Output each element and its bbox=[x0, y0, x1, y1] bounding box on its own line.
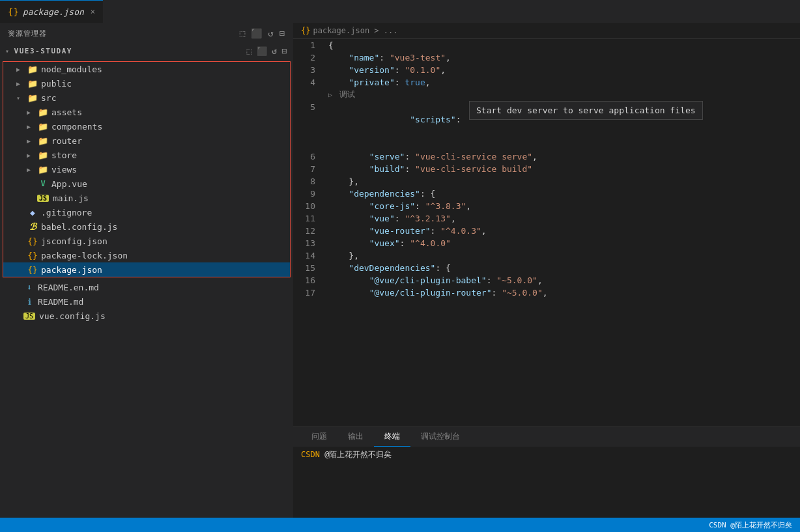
line-content: "private": true, bbox=[326, 76, 800, 89]
tree-label: node_modules bbox=[41, 64, 290, 74]
debug-line: ▷ 调试 bbox=[293, 89, 800, 101]
new-folder-icon[interactable]: ⬛ bbox=[251, 28, 263, 38]
collapse-proj-icon[interactable]: ⊟ bbox=[282, 46, 288, 56]
panel-tab-output[interactable]: 输出 bbox=[337, 427, 374, 447]
tree-item-vue-config[interactable]: JS vue.config.js bbox=[0, 309, 293, 323]
sidebar-header-icons: ⬚ ⬛ ↺ ⊟ bbox=[240, 28, 285, 38]
js-icon: JS bbox=[37, 195, 49, 202]
json-icon-selected: {} bbox=[27, 265, 38, 275]
folder-icon: 📁 bbox=[27, 93, 38, 103]
debug-text: 调试 bbox=[335, 89, 355, 101]
tree-item-assets[interactable]: ▶ 📁 assets bbox=[3, 105, 290, 119]
tree-label: README.md bbox=[38, 297, 293, 307]
line-content: "scripts": Start dev server to serve app… bbox=[326, 101, 800, 150]
status-text: CSDN @陌上花开然不归矣 bbox=[709, 520, 792, 530]
tree-label: store bbox=[51, 150, 290, 160]
code-editor[interactable]: 1 { 2 "name": "vue3-test", 3 "version": … bbox=[293, 39, 800, 427]
tree-label: router bbox=[51, 136, 290, 146]
tree-item-router[interactable]: ▶ 📁 router bbox=[3, 133, 290, 148]
breadcrumb-path: package.json > ... bbox=[313, 26, 397, 35]
folder-icon: 📁 bbox=[37, 136, 49, 146]
bottom-panel: 问题 输出 终端 调试控制台 CSDN @陌上花开然不归矣 bbox=[293, 427, 800, 518]
sidebar-title: 资源管理器 bbox=[8, 29, 47, 38]
folder-icon: 📁 bbox=[37, 150, 49, 160]
tree-item-readme[interactable]: ℹ README.md bbox=[0, 294, 293, 309]
sidebar: 资源管理器 ⬚ ⬛ ↺ ⊟ ▾ VUE3-STUDAY ⬚ ⬛ ↺ ⊟ ▶ bbox=[0, 23, 293, 518]
json-icon: {} bbox=[27, 251, 38, 260]
new-folder-proj-icon[interactable]: ⬛ bbox=[257, 46, 268, 56]
panel-tab-terminal[interactable]: 终端 bbox=[374, 427, 410, 447]
line-number: 15 bbox=[293, 262, 326, 274]
tree-section: ▶ 📁 node_modules ▶ 📁 public ▾ 📁 src bbox=[3, 61, 291, 277]
tree-label: App.vue bbox=[51, 179, 290, 189]
code-line-17: 17 "@vue/cli-plugin-router": "~5.0.0", bbox=[293, 287, 800, 299]
tree-item-views[interactable]: ▶ 📁 views bbox=[3, 162, 290, 176]
folder-icon: 📁 bbox=[37, 107, 49, 117]
tree-item-components[interactable]: ▶ 📁 components bbox=[3, 119, 290, 133]
tree-label: vue.config.js bbox=[39, 311, 293, 321]
code-line-15: 15 "devDependencies": { bbox=[293, 262, 800, 274]
tab-close[interactable]: × bbox=[91, 7, 95, 16]
code-line-5: 5 "scripts": Start dev server to serve a… bbox=[293, 101, 800, 150]
refresh-proj-icon[interactable]: ↺ bbox=[272, 46, 278, 56]
tab-bar: {} package.json × bbox=[0, 0, 800, 23]
tab-icon: {} bbox=[8, 7, 19, 17]
panel-content: CSDN @陌上花开然不归矣 bbox=[293, 447, 800, 518]
code-line-3: 3 "version": "0.1.0", bbox=[293, 64, 800, 76]
line-number: 13 bbox=[293, 237, 326, 249]
tree-item-jsconfig[interactable]: {} jsconfig.json bbox=[3, 234, 290, 248]
project-name: VUE3-STUDAY bbox=[14, 47, 72, 55]
line-number: 12 bbox=[293, 225, 326, 237]
refresh-icon[interactable]: ↺ bbox=[268, 28, 274, 38]
editor-area: {} package.json > ... 1 { 2 "name": "vue… bbox=[293, 23, 800, 518]
code-line-13: 13 "vuex": "^4.0.0" bbox=[293, 237, 800, 249]
tree-item-babel-config[interactable]: ℬ babel.config.js bbox=[3, 219, 290, 234]
line-number: 2 bbox=[293, 51, 326, 64]
new-file-proj-icon[interactable]: ⬚ bbox=[247, 46, 253, 56]
new-file-icon[interactable]: ⬚ bbox=[240, 28, 246, 38]
tab-package-json[interactable]: {} package.json × bbox=[0, 0, 103, 23]
tree-label: src bbox=[41, 93, 290, 103]
line-number: 1 bbox=[293, 39, 326, 51]
code-line-8: 8 }, bbox=[293, 175, 800, 188]
tree-item-gitignore[interactable]: ◆ .gitignore bbox=[3, 205, 290, 219]
project-arrow: ▾ bbox=[5, 48, 10, 55]
tree-label: main.js bbox=[53, 193, 290, 203]
collapse-icon[interactable]: ⊟ bbox=[279, 28, 285, 38]
panel-tab-issues[interactable]: 问题 bbox=[301, 427, 337, 447]
tree-item-package-lock[interactable]: {} package-lock.json bbox=[3, 248, 290, 262]
code-lines: 1 { 2 "name": "vue3-test", 3 "version": … bbox=[293, 39, 800, 299]
info-icon: ℹ bbox=[23, 297, 35, 307]
project-header[interactable]: ▾ VUE3-STUDAY ⬚ ⬛ ↺ ⊟ bbox=[0, 44, 293, 59]
line-content: "name": "vue3-test", bbox=[326, 51, 800, 64]
tree-item-src[interactable]: ▾ 📁 src bbox=[3, 91, 290, 105]
line-content: }, bbox=[326, 249, 800, 262]
tree-item-package-json[interactable]: {} package.json bbox=[3, 262, 290, 277]
json-icon: {} bbox=[27, 236, 38, 246]
tree-item-store[interactable]: ▶ 📁 store bbox=[3, 148, 290, 162]
tree-item-readme-en[interactable]: ⬇ README.en.md bbox=[0, 280, 293, 294]
line-content: "@vue/cli-plugin-router": "~5.0.0", bbox=[326, 287, 800, 299]
line-number bbox=[293, 89, 326, 101]
tree-item-main-js[interactable]: JS main.js bbox=[3, 191, 290, 205]
code-line-1: 1 { bbox=[293, 39, 800, 51]
tab-name: package.json bbox=[23, 7, 84, 17]
code-line-6: 6 "serve": "vue-cli-service serve", bbox=[293, 150, 800, 163]
folder-icon: 📁 bbox=[37, 122, 49, 132]
tree-item-node-modules[interactable]: ▶ 📁 node_modules bbox=[3, 62, 290, 76]
line-content: "vue-router": "^4.0.3", bbox=[326, 225, 800, 237]
line-content: "devDependencies": { bbox=[326, 262, 800, 274]
code-line-14: 14 }, bbox=[293, 249, 800, 262]
tree-item-app-vue[interactable]: V App.vue bbox=[3, 176, 290, 191]
line-content: "serve": "vue-cli-service serve", bbox=[326, 150, 800, 163]
tree-label: components bbox=[51, 122, 290, 132]
tree-label: jsconfig.json bbox=[41, 236, 290, 246]
line-content: "build": "vue-cli-service build" bbox=[326, 163, 800, 175]
line-number: 17 bbox=[293, 287, 326, 299]
tree-item-public[interactable]: ▶ 📁 public bbox=[3, 76, 290, 91]
code-line-16: 16 "@vue/cli-plugin-babel": "~5.0.0", bbox=[293, 274, 800, 287]
panel-tab-debug-console[interactable]: 调试控制台 bbox=[410, 427, 470, 447]
folder-icon: 📁 bbox=[27, 64, 38, 74]
vue-icon: V bbox=[37, 179, 49, 188]
code-line-7: 7 "build": "vue-cli-service build" bbox=[293, 163, 800, 175]
